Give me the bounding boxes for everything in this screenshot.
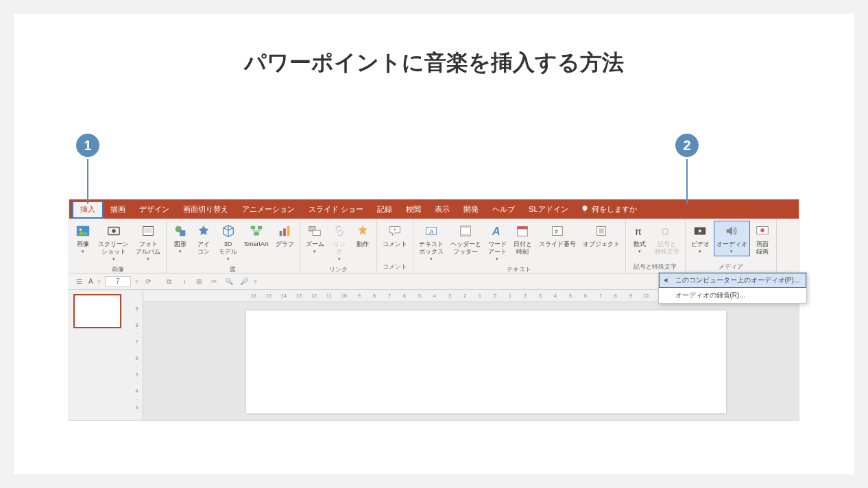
group-text-label: テキスト — [416, 264, 623, 276]
chart-button[interactable]: グラフ — [273, 221, 297, 250]
zoom-out-icon[interactable]: 🔎 — [239, 276, 250, 287]
equation-button[interactable]: π 数式 ▾ — [629, 221, 651, 256]
slide-canvas[interactable] — [246, 310, 726, 413]
list-icon[interactable]: ☰ — [73, 276, 84, 287]
caret-icon: ▾ — [638, 249, 641, 254]
svg-text:+: + — [393, 226, 396, 233]
caret-icon: ▾ — [338, 256, 341, 262]
picture-icon — [75, 223, 91, 239]
pictures-button[interactable]: 画像 ▾ — [72, 221, 94, 256]
caret-icon: ▾ — [730, 249, 733, 254]
group-media: ビデオ ▾ オーディオ ▾ 画面 録画 メディア — [686, 219, 777, 273]
video-button[interactable]: ビデオ ▾ — [688, 221, 712, 256]
tab-help[interactable]: ヘルプ — [485, 199, 522, 219]
screenrecording-icon — [754, 223, 771, 239]
tab-transitions[interactable]: 画面切り替え — [176, 199, 235, 219]
caret-icon: ▾ — [227, 256, 230, 262]
video-label: ビデオ — [691, 241, 710, 248]
spin-value[interactable]: 7 — [105, 276, 131, 287]
headerfooter-button[interactable]: ヘッダーと フッター — [448, 221, 484, 258]
zoom-in-icon[interactable]: 🔍 — [224, 276, 234, 287]
tab-view[interactable]: 表示 — [428, 199, 457, 219]
smartart-icon — [248, 223, 265, 239]
equation-icon: π — [631, 223, 648, 239]
wordart-button[interactable]: A ワード アート ▾ — [485, 221, 509, 264]
shapes-label: 図形 — [174, 241, 186, 248]
zoom-icon — [306, 223, 323, 239]
smartart-button[interactable]: SmartArt — [241, 221, 272, 250]
callout-line-1 — [87, 159, 88, 204]
wordart-icon: A — [489, 223, 505, 239]
datetime-icon — [514, 223, 531, 239]
tab-review[interactable]: 校閲 — [399, 199, 428, 219]
group-images: 画像 ▾ スクリーン ショット ▾ フォト アルバム ▾ 画像 — [69, 219, 167, 273]
callout-line-2 — [686, 159, 688, 204]
symbol-icon: Ω — [659, 223, 675, 239]
slide-thumbnails-panel[interactable] — [69, 290, 131, 420]
wordart-label: ワード アート — [488, 241, 507, 256]
group-symbols-label: 記号と特殊文字 — [629, 261, 682, 273]
shapes-button[interactable]: 図形 ▾ — [169, 221, 191, 256]
link-button[interactable]: リン ク ▾ — [328, 221, 350, 264]
3dmodels-button[interactable]: 3D モデル ▾ — [216, 221, 240, 264]
icons-icon — [195, 223, 212, 239]
group-symbols: π 数式 ▾ Ω 記号と 特殊文字 記号と特殊文字 — [626, 219, 686, 273]
object-icon — [593, 223, 610, 239]
chart-icon — [276, 223, 293, 239]
caret-icon: ▾ — [147, 256, 149, 262]
tab-addin[interactable]: SLアドイン — [522, 199, 575, 219]
group-links: ズーム ▾ リン ク ▾ 動作 リンク — [300, 219, 377, 273]
action-button[interactable]: 動作 — [352, 221, 374, 250]
ruler-icon[interactable]: ⫞ — [178, 276, 189, 287]
smartart-label: SmartArt — [244, 241, 269, 248]
ribbon: 画像 ▾ スクリーン ショット ▾ フォト アルバム ▾ 画像 — [69, 219, 799, 273]
svg-rect-21 — [461, 234, 471, 236]
audio-record-label: オーディオの録音(R)... — [675, 291, 745, 299]
comment-button[interactable]: + コメント — [380, 221, 410, 250]
screenshot-button[interactable]: スクリーン ショット ▾ — [95, 221, 132, 264]
tab-design[interactable]: デザイン — [132, 199, 176, 219]
tell-me-search[interactable]: 何をしますか — [575, 204, 642, 215]
equation-label: 数式 — [634, 241, 646, 248]
group-links-label: リンク — [303, 264, 374, 276]
comment-icon: + — [387, 223, 403, 239]
svg-rect-9 — [258, 226, 262, 230]
cut-icon[interactable]: ✂ — [208, 276, 219, 287]
align-icon[interactable]: ⧉ — [163, 276, 174, 287]
link-label: リン ク — [333, 241, 346, 256]
icons-button[interactable]: アイ コン — [193, 221, 215, 258]
photoalbum-button[interactable]: フォト アルバム ▾ — [133, 221, 163, 264]
zoom-button[interactable]: ズーム ▾ — [303, 221, 327, 256]
caret-icon: ▾ — [82, 249, 84, 254]
object-label: オブジェクト — [583, 241, 620, 248]
tab-developer[interactable]: 開発 — [457, 199, 485, 219]
zoom-label: ズーム — [306, 241, 324, 248]
audio-button[interactable]: オーディオ ▾ — [714, 221, 750, 256]
slide-thumbnail[interactable] — [73, 294, 121, 328]
powerpoint-window: 挿入 描画 デザイン 画面切り替え アニメーション スライド ショー 記録 校閲… — [69, 199, 799, 421]
group-media-label: メディア — [688, 261, 773, 273]
refresh-icon[interactable]: ⟳ — [143, 276, 154, 287]
textbox-button[interactable]: A テキスト ボックス ▾ — [416, 221, 446, 264]
ribbon-tabstrip: 挿入 描画 デザイン 画面切り替え アニメーション スライド ショー 記録 校閲… — [69, 199, 799, 219]
svg-rect-5 — [145, 228, 152, 232]
group-comments: + コメント コメント — [377, 219, 413, 273]
textbox-icon: A — [423, 223, 439, 239]
slidenumber-button[interactable]: # スライド番号 — [536, 221, 579, 250]
svg-rect-28 — [599, 228, 603, 233]
audio-from-pc-item[interactable]: このコンピューター上のオーディオ(P)... — [659, 273, 807, 288]
object-button[interactable]: オブジェクト — [580, 221, 623, 250]
symbol-button[interactable]: Ω 記号と 特殊文字 — [652, 221, 682, 258]
tab-draw[interactable]: 描画 — [104, 199, 132, 219]
headerfooter-label: ヘッダーと フッター — [450, 241, 481, 256]
tab-record[interactable]: 記録 — [370, 199, 399, 219]
datetime-button[interactable]: 日付と 時刻 — [511, 221, 535, 258]
action-label: 動作 — [357, 241, 369, 248]
tab-slideshow[interactable]: スライド ショー — [302, 199, 370, 219]
audio-record-item[interactable]: オーディオの録音(R)... — [659, 288, 807, 303]
video-icon — [692, 223, 708, 239]
svg-rect-11 — [280, 231, 282, 236]
screenrecording-button[interactable]: 画面 録画 — [751, 221, 773, 258]
grid-icon[interactable]: ⊞ — [193, 276, 204, 287]
tab-animations[interactable]: アニメーション — [235, 199, 302, 219]
